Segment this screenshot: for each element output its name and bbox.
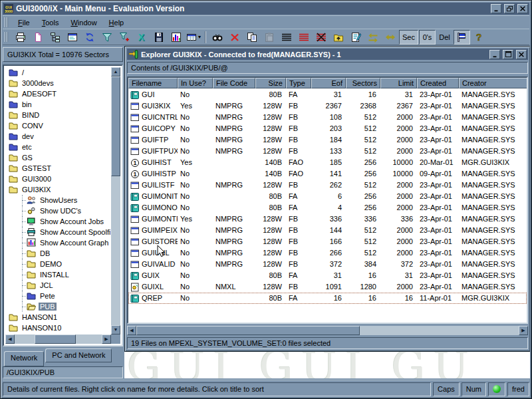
tree-item-conv[interactable]: CONV	[5, 120, 110, 131]
tree-horizontal-scrollbar[interactable]: ◀ ▶	[5, 334, 111, 344]
menu-help[interactable]: Help	[103, 17, 130, 28]
menu-window[interactable]: Window	[65, 17, 102, 28]
filter-add-button[interactable]	[116, 30, 132, 45]
copy-button[interactable]	[243, 30, 260, 45]
minimize-button[interactable]	[491, 4, 501, 13]
tree-item-install[interactable]: INSTALL	[5, 269, 110, 280]
table-row-guiftpux[interactable]: GUIFTPUXNoNMPRG128WFB133512200023-Apr-01…	[128, 146, 527, 157]
explorer-minimize-button[interactable]	[489, 50, 500, 59]
scroll-thumb[interactable]	[136, 326, 360, 335]
table-row-guihistp[interactable]: 1GUIHISTPNo140BFAO1412561000009-Apr-01MA…	[128, 168, 527, 180]
menu-tools[interactable]: Tools	[36, 17, 65, 28]
table-row-guimontr[interactable]: GUIMONTRYesNMPRG128WFB33633633623-Apr-01…	[128, 213, 527, 225]
tree-item-db[interactable]: DB	[5, 248, 110, 259]
resize-columns-button[interactable]	[382, 30, 398, 45]
tree-item-show-udc-s[interactable]: Show UDC's	[5, 205, 110, 216]
table-row-guimpeix[interactable]: GUIMPEIXNoNMPRG128WFB144512200023-Apr-01…	[128, 225, 527, 236]
tree-item-showusers[interactable]: ShowUsers	[5, 195, 110, 205]
tree-item-show-account-spoolfile[interactable]: Show Account Spoolfile	[5, 227, 110, 237]
table-row-guiunl[interactable]: GUIUNLNoNMPRG128WFB266512200023-Apr-01MA…	[128, 247, 527, 259]
refresh-button[interactable]	[81, 30, 98, 45]
tree-item-gui3000[interactable]: GUI3000	[5, 174, 110, 184]
tree-item-gstest[interactable]: GSTEST	[5, 163, 110, 174]
tree-item-pete[interactable]: Pete	[5, 291, 110, 301]
find-button[interactable]	[209, 30, 225, 45]
filter-button[interactable]	[98, 30, 115, 45]
folder-up-button[interactable]	[330, 30, 346, 45]
table-row-guimonop[interactable]: GUIMONOPNo80BFA4256200023-Apr-01MANAGER.…	[128, 202, 527, 213]
main-titlebar[interactable]: GUI3000 GUI3000/iX - Main Menu - Evaluat…	[3, 3, 529, 15]
close-button[interactable]	[517, 4, 528, 13]
tree-vertical-scrollbar[interactable]: ▲ ▼	[111, 67, 120, 334]
report-lines-cancel-button[interactable]	[313, 30, 329, 45]
tree-item-demo[interactable]: DEMO	[5, 259, 110, 269]
tree-item-3000devs[interactable]: 3000devs	[5, 78, 110, 88]
table-row-guiftp[interactable]: GUIFTPNoNMPRG128WFB184512200023-Apr-01MA…	[128, 134, 527, 146]
scroll-right-button[interactable]: ▶	[519, 326, 528, 335]
table-row-guix[interactable]: GUIXNo80BFA31163123-Apr-01MANAGER.SYS	[128, 270, 527, 281]
tree-item-gs[interactable]: GS	[5, 152, 110, 163]
report-lines-red-button[interactable]	[295, 30, 312, 45]
zeros-toggle-button[interactable]: 0's	[419, 30, 436, 45]
menubar-gripper[interactable]	[5, 17, 8, 27]
table-row-guixl[interactable]: GUIXLNoNMXL128WFB10911280200023-Apr-01MA…	[128, 281, 527, 293]
tree-item-bin[interactable]: bin	[5, 99, 110, 110]
scroll-thumb[interactable]	[35, 334, 76, 344]
scroll-left-button[interactable]: ◀	[127, 326, 136, 335]
table-row-gui[interactable]: GUINo80BFA31163123-Apr-01MANAGER.SYS	[128, 89, 527, 100]
scroll-down-button[interactable]: ▼	[111, 325, 120, 334]
tree-item-dev[interactable]: dev	[5, 131, 110, 142]
table-horizontal-scrollbar[interactable]: ◀ ▶	[127, 326, 528, 335]
tree-item-show-account-graph[interactable]: Show Account Graph	[5, 237, 110, 248]
tree-item-hanson1[interactable]: HANSON1	[5, 312, 110, 323]
column-header-in-use[interactable]: In Use?	[178, 78, 213, 88]
paste-button[interactable]	[261, 30, 277, 45]
tree-item-pub[interactable]: PUB	[5, 301, 110, 312]
scroll-right-button[interactable]: ▶	[102, 334, 111, 344]
scroll-up-button[interactable]: ▲	[111, 67, 120, 76]
table-row-gui3kix[interactable]: GUI3KIXYesNMPRG128WFB23672368236723-Apr-…	[128, 100, 527, 112]
explorer-maximize-button[interactable]	[503, 50, 513, 59]
tree-item-[interactable]: /	[5, 67, 110, 78]
tab-pc-and-network[interactable]: PC and Network	[45, 348, 112, 362]
table-row-guilistf[interactable]: GUILISTFNoNMPRG128WFB262512200023-Apr-01…	[128, 180, 527, 191]
report-lines-button[interactable]	[278, 30, 295, 45]
column-header-type[interactable]: Type	[286, 78, 311, 88]
save-button[interactable]	[150, 30, 167, 45]
new-report-button[interactable]	[29, 30, 46, 45]
sec-toggle-button[interactable]: Sec	[399, 30, 418, 45]
column-header-eof[interactable]: Eof	[311, 78, 346, 88]
tree-item-bind[interactable]: BIND	[5, 110, 110, 120]
column-header-creator[interactable]: Creator	[459, 78, 528, 88]
scroll-left-button[interactable]: ◀	[5, 334, 15, 344]
table-row-guihist[interactable]: 1GUIHISTYes140BFAO1852561000020-Mar-01MG…	[128, 157, 527, 168]
column-header-limit[interactable]: Limit	[380, 78, 417, 88]
tree-item-jcl[interactable]: JCL	[5, 280, 110, 291]
column-layout-button[interactable]: ▾	[185, 30, 202, 45]
export-excel-button[interactable]: XX	[133, 30, 150, 45]
tab-network[interactable]: Network	[4, 351, 44, 366]
current-path-field[interactable]: /GUI3KIX/PUB	[3, 366, 123, 378]
table-row-guistore[interactable]: GUISTORENoNMPRG128WFB166512200023-Apr-01…	[128, 236, 527, 247]
chart-button[interactable]	[168, 30, 184, 45]
table-row-guimonit[interactable]: GUIMONITNo80BFA6256200023-Apr-01MANAGER.…	[128, 191, 527, 202]
tree-item-hanson10[interactable]: HANSON10	[5, 323, 110, 333]
column-header-sectors[interactable]: Sectors	[346, 78, 380, 88]
window-view-button[interactable]	[454, 30, 470, 45]
delete-button[interactable]	[226, 30, 243, 45]
explorer-titlebar[interactable]: Explorer GUI3KIX - Connected to fred(MAN…	[127, 49, 528, 60]
restore-button[interactable]	[504, 4, 515, 13]
del-toggle-button[interactable]: Del	[436, 30, 453, 45]
help-button[interactable]: ?	[471, 30, 487, 45]
column-header-size[interactable]: Size	[255, 78, 286, 88]
print-button[interactable]	[12, 30, 29, 45]
tree-item-adesoft[interactable]: ADESOFT	[5, 88, 110, 99]
table-row-guicntrl[interactable]: GUICNTRLNoNMPRG128WFB108512200023-Apr-01…	[128, 112, 527, 123]
table-row-guicopy[interactable]: GUICOPYNoNMPRG128WFB203512200023-Apr-01M…	[128, 123, 527, 134]
column-header-file-code[interactable]: File Code	[213, 78, 255, 88]
table-row-qrep[interactable]: QREPNo80BFA16161611-Apr-01MGR.GUI3KIX	[128, 293, 527, 304]
scroll-thumb[interactable]	[111, 76, 120, 176]
swap-columns-button[interactable]	[364, 30, 381, 45]
form-view-button[interactable]	[64, 30, 80, 45]
tree-item-gui3kix[interactable]: GUI3KIX	[5, 184, 110, 195]
